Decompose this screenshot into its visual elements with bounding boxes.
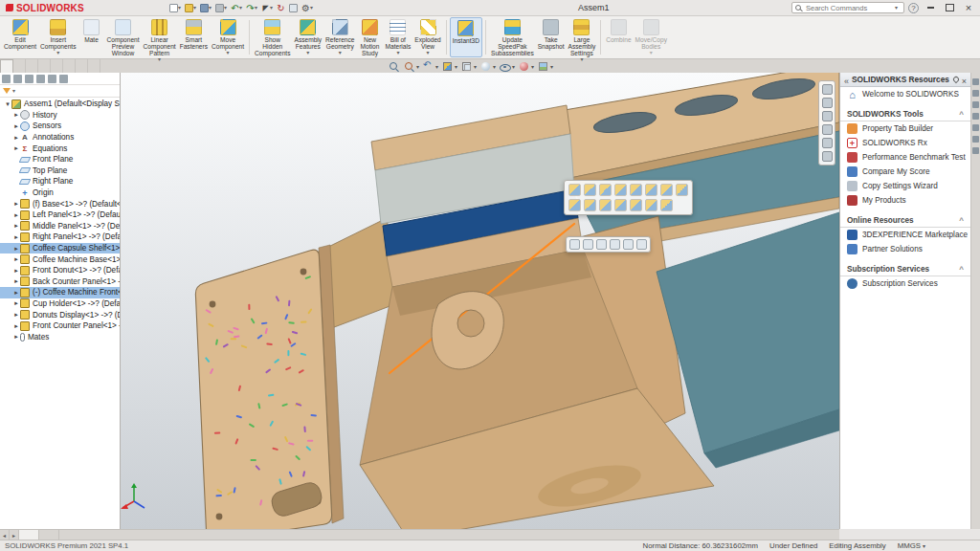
3d-viewport-scene[interactable] [121,73,839,529]
expand-caret[interactable]: ▸ [12,134,20,142]
ribbon-button[interactable]: Exploded View ▾ [412,17,443,57]
dropdown-caret[interactable]: ▾ [339,50,342,55]
ribbon-button[interactable]: Large Assembly Settings ▾ [567,17,598,57]
tree-item[interactable]: ▸ Back Counter Panel<1> ->? (Defa [0,276,120,288]
quick-access-button[interactable]: ▾ [245,4,258,12]
view-tool-button[interactable]: ▾ [479,60,496,73]
tree-item[interactable]: Front Plane [0,154,120,165]
tree-item[interactable]: ▸ Left Panel<1> ->? (Default<<Def [0,209,120,221]
ribbon-tab[interactable] [88,59,100,73]
dropdown-caret[interactable]: ▾ [427,50,430,55]
dropdown-caret[interactable]: ▾ [227,50,230,55]
search-commands-input[interactable] [804,3,892,13]
filter-funnel-icon[interactable] [3,88,11,94]
ribbon-button[interactable]: Assembly Features ▾ [292,17,323,57]
task-pane-row[interactable]: Compare My Score [840,165,970,179]
tree-item[interactable]: ▸ (f) Base<1> ->? (Default<<Defaul [0,198,120,209]
dropdown-caret[interactable]: ▾ [209,5,212,11]
dropdown-caret[interactable]: ▾ [435,63,438,70]
task-pane-row[interactable]: Performance Benchmark Test [840,150,970,165]
3d-viewport[interactable] [121,73,839,529]
expand-caret[interactable]: ▾ [4,100,11,108]
dropdown-caret[interactable]: ▾ [193,5,196,11]
dropdown-caret[interactable]: ▾ [493,63,496,70]
dropdown-caret[interactable]: ▾ [158,56,161,62]
task-pane-row[interactable]: Online Resources [840,214,970,228]
expand-caret[interactable]: ▸ [12,245,20,253]
task-pane-row[interactable]: SOLIDWORKS Tools [840,108,970,121]
ribbon-button[interactable]: Component Preview Window [104,17,141,57]
dropdown-caret[interactable]: ▾ [550,63,553,70]
view-tool-button[interactable]: ▾ [518,60,534,73]
search-dropdown-caret[interactable]: ▾ [895,5,898,11]
expand-caret[interactable]: ▸ [12,322,20,330]
tree-item[interactable]: ▸ Donuts Display<1> ->? (Default< [0,309,120,320]
ribbon-button[interactable]: Show Hidden Components [253,17,292,57]
ribbon-tab[interactable] [26,59,38,73]
tab-scroll-left-icon[interactable]: ◂ [0,530,10,540]
task-pane-row[interactable]: Partner Solutions [840,242,970,256]
expand-caret[interactable]: ▸ [12,111,20,119]
quick-access-button[interactable]: ▾ [184,4,197,12]
expand-caret[interactable]: ▸ [12,144,20,152]
tree-item[interactable]: ▸ Annotations [0,132,120,143]
ribbon-tab[interactable] [76,59,88,73]
tree-item[interactable]: ▾ Assem1 (Default<Display State-1>) [0,99,120,110]
tree-item[interactable]: ▸ Front Donut<1> ->? (Default<<D [0,265,120,276]
menu-item[interactable] [101,7,111,9]
dropdown-caret[interactable]: ▾ [416,63,419,70]
ribbon-tab[interactable] [38,59,51,73]
model-tab[interactable] [19,530,39,540]
expand-caret[interactable]: ▸ [12,311,20,319]
tree-item[interactable]: Origin [0,187,120,199]
expand-caret[interactable]: ▸ [12,200,20,208]
close-button[interactable] [961,2,976,14]
tree-item[interactable]: ▸ Cup Holder<1> ->? (Default<<D [0,298,120,310]
expand-caret[interactable]: ▸ [12,289,20,297]
tree-item[interactable]: ▸ History [0,110,120,121]
tree-item[interactable]: ▸ (-) Coffee Machine Front<1> ->? [0,287,120,298]
ribbon-button[interactable]: Linear Component Pattern ▾ [142,17,178,57]
dropdown-caret[interactable]: ▾ [56,50,59,55]
ribbon-button[interactable]: Reference Geometry ▾ [323,17,356,57]
dropdown-caret[interactable]: ▾ [455,63,457,70]
task-pane-row[interactable]: 3DEXPERIENCE Marketplace [840,228,970,242]
expand-caret[interactable]: ▸ [12,211,20,219]
task-pane-close-icon[interactable] [962,71,967,88]
view-tool-button[interactable]: ▾ [441,60,457,73]
ribbon-tab[interactable] [0,59,13,73]
ribbon-button[interactable]: New Motion Study [357,17,384,57]
tree-item[interactable]: ▸ Mates [0,331,120,342]
tree-item[interactable]: ▸ Middle Panel<1> ->? (Default<< [0,221,120,232]
task-pane-row[interactable]: Subscription Services [840,263,970,276]
dropdown-caret[interactable]: ▾ [270,5,273,11]
tree-item[interactable]: Top Plane [0,165,120,177]
task-pane-row[interactable]: My Products [840,193,970,208]
expand-caret[interactable]: ▸ [12,122,20,130]
help-icon[interactable] [908,3,919,13]
quick-access-button[interactable]: ▾ [260,4,274,12]
menu-item[interactable] [130,7,140,9]
ribbon-tab[interactable] [51,59,63,73]
quick-access-button[interactable] [276,4,286,12]
component-coffee-machine-front[interactable] [195,245,344,529]
dropdown-caret[interactable]: ▾ [474,63,477,70]
view-tool-button[interactable]: ▾ [403,60,419,73]
expand-caret[interactable]: ▸ [12,333,20,341]
dropdown-caret[interactable]: ▾ [255,5,257,11]
ribbon-button[interactable]: Mate [78,17,104,57]
task-pane-row[interactable]: Property Tab Builder [840,121,970,136]
model-tab[interactable] [39,530,59,540]
pin-icon[interactable] [951,76,959,83]
ribbon-button[interactable]: Bill of Materials ▾ [384,17,413,57]
menu-item[interactable] [111,7,121,9]
expand-caret[interactable]: ▸ [12,267,20,275]
filter-dropdown-caret[interactable]: ▾ [12,88,15,94]
tree-item[interactable]: ▸ Front Counter Panel<1> ->? (Def [0,320,120,332]
tab-scroll-right-icon[interactable]: ▸ [10,530,19,540]
ribbon-button[interactable]: Smart Fasteners [178,17,210,57]
ribbon-button[interactable]: Take Snapshot [536,17,567,57]
expand-caret[interactable]: ▸ [12,233,20,241]
dropdown-caret[interactable]: ▾ [396,50,399,55]
quick-access-button[interactable]: ▾ [214,4,228,12]
